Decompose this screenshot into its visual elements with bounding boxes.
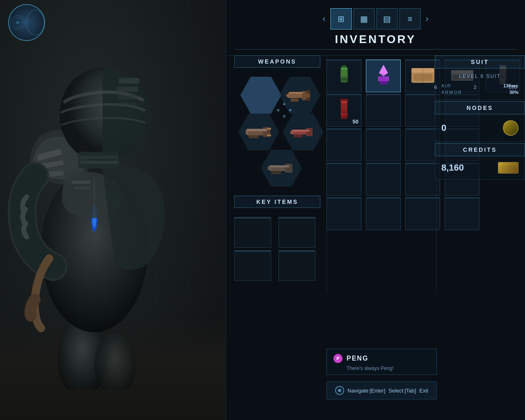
svg-rect-95 (342, 111, 347, 113)
svg-rect-41 (294, 135, 303, 137)
grid-cell-r5c4[interactable] (445, 197, 479, 230)
svg-rect-74 (340, 78, 348, 81)
hex-nav: ▲ ◄ ► ▼ (275, 100, 293, 119)
grid-cell-r5c3[interactable] (405, 197, 440, 230)
svg-rect-73 (342, 65, 346, 68)
weapon-slot-3[interactable] (238, 114, 279, 151)
grid-cell-r2c1[interactable]: 50 (326, 94, 361, 127)
key-slot-2[interactable] (278, 217, 315, 248)
grid-cell-r5c1[interactable] (326, 197, 361, 230)
tab-icon-4: ≡ (408, 14, 413, 24)
navigate-control: Navigate (335, 386, 368, 395)
item-info-bar: P PENG There's always Peng! (326, 349, 437, 375)
title-divider (234, 49, 517, 50)
nodes-count: 0 (441, 123, 446, 133)
svg-rect-17 (119, 78, 139, 84)
grid-cell-r4c2[interactable] (366, 163, 401, 196)
svg-rect-20 (119, 103, 137, 107)
exit-label: Exit (419, 388, 428, 394)
weapon-slot-5[interactable] (261, 150, 302, 187)
key-slot-1[interactable] (234, 217, 271, 248)
tab-inventory[interactable]: ⊞ (331, 8, 352, 30)
air-value: 130sec (503, 83, 518, 88)
tab-missions[interactable]: ▤ (377, 8, 398, 30)
grid-cell-r1c2[interactable] (366, 59, 401, 92)
svg-rect-46 (271, 171, 281, 174)
armor-value: 30% (509, 90, 518, 95)
grid-cell-r3c1[interactable] (326, 128, 361, 161)
cell-count-r2c1: 50 (353, 119, 358, 125)
key-items-section: KEY ITEMS (234, 196, 320, 281)
suit-header: SUIT (435, 55, 525, 68)
weapons-label: WEAPONS (234, 55, 320, 68)
item-description: There's always Peng! (333, 365, 430, 371)
weapons-area: ▲ ◄ ► ▼ (234, 73, 320, 187)
svg-rect-36 (267, 128, 271, 130)
svg-rect-42 (290, 131, 293, 134)
credits-body: 8,160 (435, 156, 525, 180)
key-slot-3[interactable] (234, 250, 271, 281)
key-slot-4[interactable] (278, 250, 315, 281)
tab-log[interactable]: ≡ (399, 8, 421, 30)
inventory-panel: ‹ ⊞ ▦ ▤ ≡ › INVENTORY WEAPONS (226, 0, 525, 420)
navigate-icon (335, 386, 344, 395)
nodes-header: NODES (435, 101, 525, 114)
svg-rect-15 (74, 187, 90, 189)
credits-header: CREDITS (435, 143, 525, 156)
tab-icon-1: ⊞ (338, 14, 345, 24)
svg-rect-80 (378, 76, 379, 81)
svg-rect-96 (341, 116, 347, 119)
credits-icon (498, 162, 518, 173)
svg-rect-14 (72, 180, 90, 184)
svg-rect-34 (249, 135, 259, 138)
exit-control: [Tab] Exit (404, 388, 428, 394)
grid-cell-r3c2[interactable] (366, 128, 401, 161)
key-items-label: KEY ITEMS (234, 196, 320, 208)
select-label: Select (388, 388, 403, 394)
suit-body: LEVEL 6 SUIT AIR 130sec ARMOR 30% (435, 68, 525, 100)
svg-rect-22 (79, 156, 118, 159)
inventory-title: INVENTORY (335, 33, 416, 46)
svg-rect-79 (380, 81, 387, 84)
tab-icon-3: ▤ (383, 14, 391, 24)
air-label: AIR (441, 83, 451, 88)
character-silhouette (0, 21, 213, 390)
svg-rect-18 (117, 87, 138, 92)
svg-rect-39 (306, 128, 313, 136)
svg-rect-78 (379, 76, 388, 81)
svg-rect-75 (341, 71, 347, 76)
exit-key: [Tab] (404, 388, 416, 394)
item-info-name: P PENG (333, 354, 430, 363)
suit-level: LEVEL 6 SUIT (441, 73, 518, 79)
svg-rect-45 (269, 165, 289, 167)
tab-icon-2: ▦ (360, 14, 368, 24)
grid-cell-r5c2[interactable] (366, 197, 401, 230)
nav-right-arrow[interactable]: › (421, 14, 434, 24)
credits-amount: 8,160 (441, 162, 464, 173)
navigate-icon-inner (338, 389, 341, 392)
nav-tabs: ⊞ ▦ ▤ ≡ (331, 8, 421, 30)
controls-bar: Navigate [Enter] Select [Tab] Exit (326, 381, 437, 399)
grid-cell-r2c2[interactable] (366, 94, 401, 127)
navigate-label: Navigate (347, 388, 368, 394)
nodes-body: 0 (435, 114, 525, 142)
nav-left-arrow[interactable]: ‹ (317, 14, 330, 24)
right-panel: SUIT LEVEL 6 SUIT AIR 130sec ARMOR 30% N… (435, 55, 525, 181)
svg-rect-23 (79, 161, 118, 164)
grid-cell-r1c1[interactable] (326, 59, 361, 92)
tab-map[interactable]: ▦ (354, 8, 375, 30)
select-control: [Enter] Select (370, 388, 403, 394)
key-item-slots (234, 217, 320, 281)
armor-label: ARMOR (441, 90, 462, 95)
svg-rect-26 (289, 92, 303, 94)
weapons-section: WEAPONS ▲ (234, 55, 320, 281)
node-icon (503, 120, 518, 136)
item-name: PENG (347, 355, 368, 362)
nodes-section: NODES 0 (435, 101, 525, 142)
peng-badge: P (333, 354, 342, 363)
select-key: [Enter] (370, 388, 385, 394)
svg-point-29 (306, 90, 310, 94)
top-nav: ‹ ⊞ ▦ ▤ ≡ › (317, 8, 434, 30)
svg-rect-47 (268, 167, 271, 170)
grid-cell-r4c1[interactable] (326, 163, 361, 196)
